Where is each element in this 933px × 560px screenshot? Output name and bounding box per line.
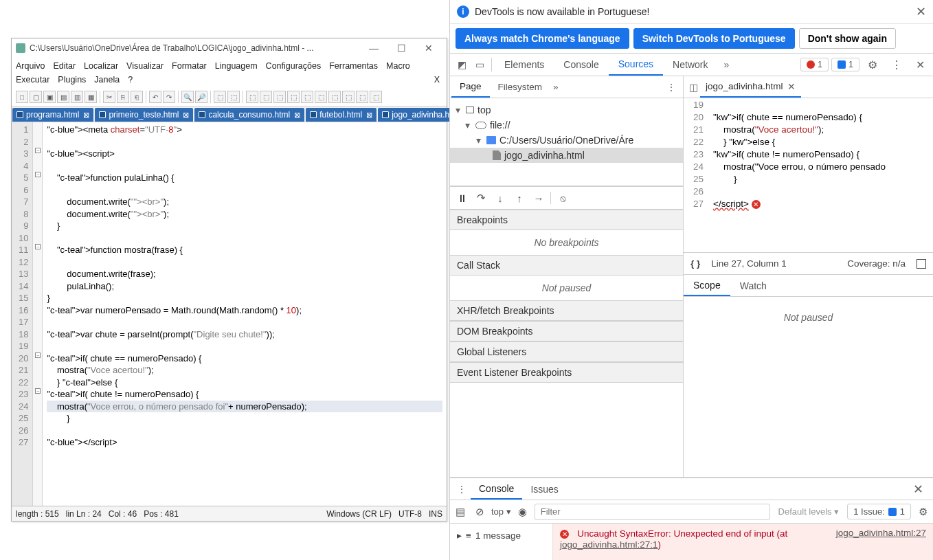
pretty-print-icon[interactable]: { } bbox=[690, 258, 700, 269]
step-over-icon[interactable]: ↷ bbox=[473, 192, 488, 204]
devtools-tab-console[interactable]: Console bbox=[554, 54, 608, 76]
log-levels-selector[interactable]: Default levels ▾ bbox=[774, 506, 844, 517]
more-subtabs-icon[interactable]: » bbox=[553, 82, 559, 92]
tab-close-icon[interactable]: ⊠ bbox=[294, 111, 300, 120]
toolbar-button[interactable]: ⬚ bbox=[214, 91, 226, 103]
watch-tab[interactable]: Watch bbox=[730, 275, 776, 296]
tab-close-icon[interactable]: ⊠ bbox=[366, 111, 372, 120]
drawer-console-tab[interactable]: Console bbox=[471, 478, 522, 500]
npp-menu-ferramentas[interactable]: Ferramentas bbox=[329, 59, 378, 73]
infobar-close-icon[interactable]: ✕ bbox=[916, 4, 926, 19]
npp-menu-configurações[interactable]: Configurações bbox=[266, 59, 322, 73]
toolbar-button[interactable]: ⬚ bbox=[328, 91, 341, 103]
tree-folder[interactable]: ▾ C:/Users/Usuário/OneDrive/Áre bbox=[450, 133, 683, 148]
settings-gear-icon[interactable]: ⚙ bbox=[862, 58, 883, 71]
console-settings-gear-icon[interactable]: ⚙ bbox=[915, 506, 930, 518]
toolbar-button[interactable]: ▤ bbox=[57, 91, 69, 103]
page-subtab[interactable]: Page bbox=[451, 76, 490, 98]
console-filter-input[interactable] bbox=[535, 504, 770, 520]
npp-code[interactable]: "c-blue"><meta charset="UTF-8"> "c-blue"… bbox=[43, 122, 447, 506]
drawer-issues-tab[interactable]: Issues bbox=[522, 478, 566, 500]
devtools-close-icon[interactable]: ✕ bbox=[910, 58, 930, 71]
npp-menu-plugins[interactable]: Plugins bbox=[58, 73, 86, 87]
always-match-button[interactable]: Always match Chrome's language bbox=[456, 28, 629, 49]
npp-menu-visualizar[interactable]: Visualizar bbox=[126, 59, 164, 73]
toolbar-button[interactable]: 🔍 bbox=[181, 91, 194, 103]
npp-menu-localizar[interactable]: Localizar bbox=[84, 59, 118, 73]
pause-icon[interactable]: ⏸ bbox=[454, 192, 469, 204]
toolbar-button[interactable]: ▣ bbox=[43, 91, 56, 103]
toolbar-button[interactable]: □ bbox=[16, 91, 28, 103]
npp-menu-arquivo[interactable]: Arquivo bbox=[16, 59, 45, 73]
npp-file-tab[interactable]: futebol.html⊠ bbox=[306, 108, 376, 122]
switch-devtools-button[interactable]: Switch DevTools to Portuguese bbox=[633, 28, 795, 49]
npp-file-tab[interactable]: primeiro_teste.html⊠ bbox=[95, 108, 193, 122]
npp-menu-x[interactable]: X bbox=[434, 73, 442, 87]
event-listener-bp-header[interactable]: Event Listener Breakpoints bbox=[450, 362, 683, 383]
tree-file-scheme[interactable]: ▾ file:// bbox=[450, 117, 683, 133]
npp-menu-janela[interactable]: Janela bbox=[94, 73, 120, 87]
toolbar-button[interactable]: ⎗ bbox=[131, 91, 143, 103]
npp-menu-executar[interactable]: Executar bbox=[16, 73, 49, 87]
message-badge[interactable]: 1 bbox=[831, 58, 859, 71]
close-button[interactable]: ✕ bbox=[415, 43, 442, 54]
maximize-button[interactable]: ☐ bbox=[387, 43, 415, 54]
tree-file-leaf[interactable]: jogo_adivinha.html bbox=[450, 148, 683, 163]
step-out-icon[interactable]: ↑ bbox=[512, 192, 527, 204]
toolbar-button[interactable]: ⬚ bbox=[260, 91, 272, 103]
toolbar-button[interactable]: ⬚ bbox=[301, 91, 313, 103]
minimize-button[interactable]: — bbox=[360, 43, 387, 54]
drawer-close-icon[interactable]: ✕ bbox=[906, 482, 930, 497]
toolbar-button[interactable]: 🔎 bbox=[195, 91, 207, 103]
devtools-tab-network[interactable]: Network bbox=[663, 54, 717, 76]
source-code[interactable]: "kw">if( chute == numeroPensado) { mostr… bbox=[710, 98, 933, 252]
device-toggle-icon[interactable]: ▭ bbox=[471, 59, 488, 70]
source-view[interactable]: 192021222324252627 "kw">if( chute == num… bbox=[684, 98, 933, 253]
toolbar-button[interactable]: ⬚ bbox=[370, 91, 382, 103]
step-icon[interactable]: → bbox=[531, 192, 546, 204]
npp-menu-formatar[interactable]: Formatar bbox=[172, 59, 207, 73]
npp-editor[interactable]: 1234567891011121314151617181920212223242… bbox=[12, 122, 447, 506]
toolbar-button[interactable]: ↶ bbox=[149, 91, 161, 103]
sidebar-toggle-icon[interactable]: ▤ bbox=[453, 506, 468, 518]
devtools-tab-elements[interactable]: Elements bbox=[495, 54, 554, 76]
error-source-link[interactable]: jogo_adivinha.html:27 bbox=[836, 528, 926, 538]
dont-show-button[interactable]: Don't show again bbox=[799, 28, 896, 49]
callstack-header[interactable]: Call Stack bbox=[450, 255, 683, 276]
toolbar-button[interactable]: ▢ bbox=[30, 91, 42, 103]
clear-console-icon[interactable]: ⊘ bbox=[472, 506, 487, 518]
toolbar-button[interactable]: ⬚ bbox=[342, 91, 355, 103]
console-error[interactable]: ✕ jogo_adivinha.html:27 Uncaught SyntaxE… bbox=[553, 524, 933, 560]
step-into-icon[interactable]: ↓ bbox=[493, 192, 508, 204]
toolbar-button[interactable]: ⬚ bbox=[227, 91, 240, 103]
coverage-toggle-icon[interactable] bbox=[917, 259, 926, 269]
tab-close-icon[interactable]: ⊠ bbox=[183, 111, 189, 120]
toolbar-button[interactable]: ⬚ bbox=[356, 91, 368, 103]
npp-file-tab[interactable]: programa.html⊠ bbox=[12, 108, 93, 122]
toolbar-button[interactable]: ⬚ bbox=[287, 91, 300, 103]
xhr-bp-header[interactable]: XHR/fetch Breakpoints bbox=[450, 300, 683, 321]
error-loc[interactable]: jogo_adivinha.html:27:1 bbox=[560, 539, 658, 550]
npp-menu-linguagem[interactable]: Linguagem bbox=[215, 59, 258, 73]
messages-row[interactable]: ▸≡1 message bbox=[457, 528, 546, 543]
npp-menu-editar[interactable]: Editar bbox=[53, 59, 76, 73]
toolbar-button[interactable]: ⬚ bbox=[315, 91, 327, 103]
drawer-menu-icon[interactable]: ⋮ bbox=[453, 484, 471, 495]
scope-tab[interactable]: Scope bbox=[684, 275, 730, 296]
source-tab[interactable]: jogo_adivinha.html ✕ bbox=[700, 76, 801, 98]
npp-menu-?[interactable]: ? bbox=[128, 73, 133, 87]
toolbar-button[interactable]: ▦ bbox=[85, 91, 97, 103]
kebab-menu-icon[interactable]: ⋮ bbox=[886, 58, 908, 71]
tab-close-icon[interactable]: ⊠ bbox=[83, 111, 89, 120]
more-tabs-icon[interactable]: » bbox=[717, 59, 735, 70]
devtools-tab-sources[interactable]: Sources bbox=[609, 54, 663, 76]
breakpoints-header[interactable]: Breakpoints bbox=[450, 210, 683, 230]
toolbar-button[interactable]: ⬚ bbox=[273, 91, 286, 103]
toolbar-button[interactable]: ⬚ bbox=[246, 91, 258, 103]
toolbar-button[interactable]: ✂ bbox=[103, 91, 115, 103]
live-expression-icon[interactable]: ◉ bbox=[515, 506, 530, 518]
file-list-icon[interactable]: ◫ bbox=[686, 82, 700, 93]
filesystem-subtab[interactable]: Filesystem bbox=[490, 76, 551, 98]
inspect-icon[interactable]: ◩ bbox=[453, 59, 471, 70]
navigator-menu-icon[interactable]: ⋮ bbox=[661, 82, 682, 93]
